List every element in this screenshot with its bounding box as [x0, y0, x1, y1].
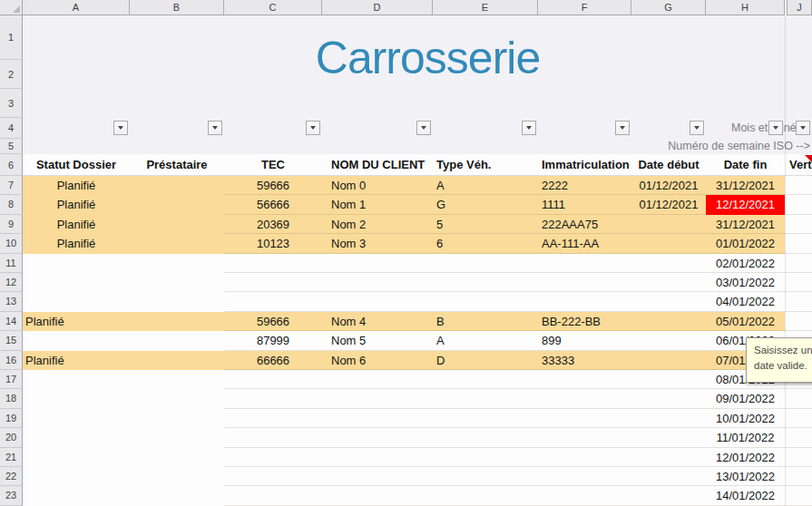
row-header-16[interactable]: 16 — [0, 351, 23, 370]
row-header-1[interactable]: 1 — [0, 15, 23, 60]
row-header-12[interactable]: 12 — [0, 273, 23, 292]
cell-C7[interactable]: 59666 — [224, 176, 322, 195]
cell-H9[interactable]: 31/12/2021 — [706, 215, 785, 234]
row-header-9[interactable]: 9 — [0, 215, 23, 234]
cell-F7[interactable]: 2222 — [542, 176, 631, 195]
table-header-D[interactable]: NOM DU CLIENT — [331, 154, 433, 176]
cell-E9[interactable]: 5 — [436, 215, 538, 234]
cell-H21[interactable]: 12/01/2022 — [706, 448, 785, 467]
cell-D9[interactable]: Nom 2 — [331, 215, 433, 234]
column-header-G[interactable]: G — [631, 0, 706, 15]
cell-A14[interactable]: Planifié — [25, 312, 130, 331]
filter-dropdown-G[interactable] — [690, 121, 704, 135]
cell-C16[interactable]: 66666 — [224, 351, 322, 370]
cell-H19[interactable]: 10/01/2022 — [706, 409, 785, 428]
row-header-21[interactable]: 21 — [0, 448, 23, 467]
cell-E7[interactable]: A — [436, 176, 538, 195]
cell-F16[interactable]: 33333 — [542, 351, 631, 370]
cell-E10[interactable]: 6 — [436, 234, 538, 253]
table-header-F[interactable]: Immatriculation — [542, 154, 631, 176]
cell-F9[interactable]: 222AAA75 — [542, 215, 631, 234]
row-header-8[interactable]: 8 — [0, 195, 23, 214]
table-header-E[interactable]: Type Véh. — [436, 154, 538, 176]
cell-E15[interactable]: A — [436, 331, 538, 350]
cell-D10[interactable]: Nom 3 — [331, 234, 433, 253]
column-header-J[interactable]: J — [787, 0, 812, 15]
cell-F14[interactable]: BB-222-BB — [542, 312, 631, 331]
cell-A10[interactable]: Planifié — [23, 234, 130, 253]
cell-D16[interactable]: Nom 6 — [331, 351, 433, 370]
row-header-6[interactable]: 6 — [0, 154, 23, 176]
sheet-title[interactable]: Carrosserie — [224, 25, 631, 91]
table-header-A[interactable]: Statut Dossier — [23, 154, 130, 176]
filter-dropdown-A[interactable] — [113, 121, 128, 135]
cell-C14[interactable]: 59666 — [224, 312, 322, 331]
column-header-C[interactable]: C — [224, 0, 322, 15]
cell-A9[interactable]: Planifié — [23, 215, 130, 234]
cell-G8[interactable]: 01/12/2021 — [631, 195, 706, 214]
cell-H20[interactable]: 11/01/2022 — [706, 428, 785, 447]
cell-D14[interactable]: Nom 4 — [331, 312, 433, 331]
cell-F8[interactable]: 1111 — [542, 195, 631, 214]
row-header-23[interactable]: 23 — [0, 486, 23, 505]
cell-H12[interactable]: 03/01/2022 — [706, 273, 785, 292]
cell-A7[interactable]: Planifié — [23, 176, 130, 195]
table-header-B[interactable]: Préstataire — [130, 154, 224, 176]
column-header-D[interactable]: D — [322, 0, 433, 15]
row-header-13[interactable]: 13 — [0, 292, 23, 311]
column-header-F[interactable]: F — [538, 0, 631, 15]
row-header-18[interactable]: 18 — [0, 389, 23, 408]
cell-D7[interactable]: Nom 0 — [331, 176, 433, 195]
row-header-4[interactable]: 4 — [0, 118, 23, 139]
row-header-10[interactable]: 10 — [0, 234, 23, 253]
cell-D15[interactable]: Nom 5 — [331, 331, 433, 350]
cell-H7[interactable]: 31/12/2021 — [706, 176, 785, 195]
cell-C15[interactable]: 87999 — [224, 331, 322, 350]
row-header-5[interactable]: 5 — [0, 139, 23, 154]
cell-E16[interactable]: D — [436, 351, 538, 370]
cell-G7[interactable]: 01/12/2021 — [631, 176, 706, 195]
filter-dropdown-E[interactable] — [522, 121, 536, 135]
cell-H22[interactable]: 13/01/2022 — [706, 467, 785, 486]
cell-H14[interactable]: 05/01/2022 — [706, 312, 785, 331]
cell-A8[interactable]: Planifié — [23, 195, 130, 214]
cell-C8[interactable]: 56666 — [224, 195, 322, 214]
filter-dropdown-D[interactable] — [416, 121, 431, 135]
cell-C10[interactable]: 10123 — [224, 234, 322, 253]
row-header-11[interactable]: 11 — [0, 254, 23, 273]
column-header-A[interactable]: A — [23, 0, 130, 15]
row-header-7[interactable]: 7 — [0, 176, 23, 195]
table-header-C[interactable]: TEC — [224, 154, 322, 176]
filter-dropdown-F[interactable] — [615, 121, 630, 135]
filter-dropdown-B[interactable] — [208, 121, 222, 135]
filter-dropdown-C[interactable] — [306, 121, 320, 135]
cell-H11[interactable]: 02/01/2022 — [706, 254, 785, 273]
row-header-20[interactable]: 20 — [0, 428, 23, 447]
select-all-corner[interactable] — [0, 0, 23, 15]
table-header-G[interactable]: Date début — [631, 154, 706, 176]
cell-H23[interactable]: 14/01/2022 — [706, 486, 785, 505]
row-header-3[interactable]: 3 — [0, 89, 23, 118]
cell-E14[interactable]: B — [436, 312, 538, 331]
row-header-2[interactable]: 2 — [0, 60, 23, 89]
cell-H13[interactable]: 04/01/2022 — [706, 292, 785, 311]
cell-F15[interactable]: 899 — [542, 331, 631, 350]
table-header-H[interactable]: Date fin — [706, 154, 785, 176]
cell-H8[interactable]: 12/12/2021 — [706, 195, 785, 214]
cell-C9[interactable]: 20369 — [224, 215, 322, 234]
cell-F10[interactable]: AA-111-AA — [542, 234, 631, 253]
row-header-19[interactable]: 19 — [0, 409, 23, 428]
cell-H18[interactable]: 09/01/2022 — [706, 389, 785, 408]
column-header-E[interactable]: E — [433, 0, 538, 15]
cell-E8[interactable]: G — [436, 195, 538, 214]
cell-A16[interactable]: Planifié — [25, 351, 130, 370]
column-header-B[interactable]: B — [130, 0, 224, 15]
filter-dropdown-J[interactable] — [796, 121, 810, 135]
filter-dropdown-H[interactable] — [768, 121, 783, 135]
cell-D8[interactable]: Nom 1 — [331, 195, 433, 214]
column-header-H[interactable]: H — [706, 0, 785, 15]
row-header-15[interactable]: 15 — [0, 331, 23, 350]
cell-H10[interactable]: 01/01/2022 — [706, 234, 785, 253]
row-header-14[interactable]: 14 — [0, 312, 23, 331]
row-header-17[interactable]: 17 — [0, 370, 23, 389]
